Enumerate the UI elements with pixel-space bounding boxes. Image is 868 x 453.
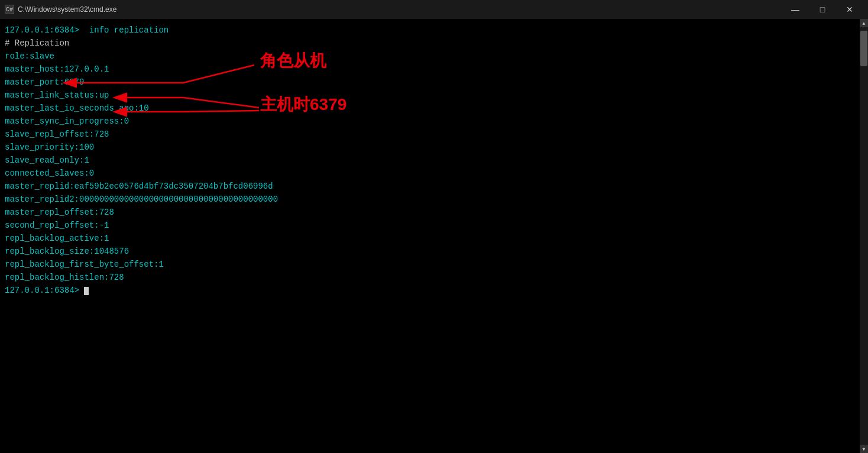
close-button[interactable]: ✕	[836, 0, 863, 19]
terminal-line: slave_read_only:1	[5, 154, 857, 167]
terminal-line: master_replid:eaf59b2ec0576d4bf73dc35072…	[5, 180, 857, 193]
terminal-line: slave_priority:100	[5, 141, 857, 154]
terminal-line: repl_backlog_size:1048576	[5, 245, 857, 258]
terminal-line: master_replid2:0000000000000000000000000…	[5, 193, 857, 206]
title-bar: C# C:\Windows\system32\cmd.exe — □ ✕	[0, 0, 868, 19]
terminal-line: master_repl_offset:728	[5, 206, 857, 219]
scrollbar[interactable]: ▲ ▼	[860, 19, 868, 453]
scroll-down-arrow[interactable]: ▼	[860, 445, 868, 453]
maximize-button[interactable]: □	[809, 0, 836, 19]
title-bar-left: C# C:\Windows\system32\cmd.exe	[5, 5, 116, 14]
content-area: 127.0.0.1:6384> info replication# Replic…	[0, 19, 868, 453]
terminal-line: repl_backlog_histlen:728	[5, 271, 857, 284]
terminal-line: master_link_status:up	[5, 89, 857, 102]
terminal-line: master_host:127.0.0.1	[5, 63, 857, 76]
terminal-body[interactable]: 127.0.0.1:6384> info replication# Replic…	[0, 19, 860, 453]
terminal-line: connected_slaves:0	[5, 167, 857, 180]
terminal-line: repl_backlog_active:1	[5, 232, 857, 245]
terminal-line: master_port:6379	[5, 76, 857, 89]
cursor	[84, 287, 89, 295]
window-title: C:\Windows\system32\cmd.exe	[18, 5, 116, 14]
cmd-window: C# C:\Windows\system32\cmd.exe — □ ✕ 127…	[0, 0, 868, 453]
terminal-line: # Replication	[5, 37, 857, 50]
scroll-up-arrow[interactable]: ▲	[860, 19, 868, 27]
cmd-icon: C#	[5, 5, 14, 14]
terminal-line: slave_repl_offset:728	[5, 128, 857, 141]
terminal-line: repl_backlog_first_byte_offset:1	[5, 258, 857, 271]
scrollbar-thumb[interactable]	[860, 31, 867, 66]
terminal-line: master_sync_in_progress:0	[5, 115, 857, 128]
terminal-line: 127.0.0.1:6384> info replication	[5, 24, 857, 37]
terminal-line: 127.0.0.1:6384>	[5, 284, 857, 297]
terminal-line: second_repl_offset:-1	[5, 219, 857, 232]
terminal-line: master_last_io_seconds_ago:10	[5, 102, 857, 115]
window-controls: — □ ✕	[782, 0, 863, 19]
minimize-button[interactable]: —	[782, 0, 809, 19]
terminal-line: role:slave	[5, 50, 857, 63]
